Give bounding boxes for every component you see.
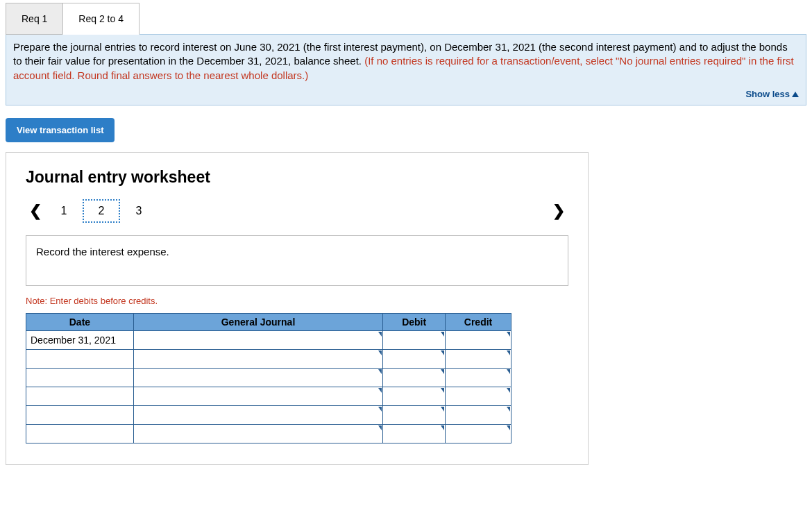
cell-date[interactable]: [26, 425, 134, 443]
cell-debit[interactable]: [383, 406, 446, 425]
cell-debit[interactable]: [383, 331, 446, 350]
table-row: December 31, 2021: [26, 331, 511, 350]
header-date: Date: [26, 314, 134, 331]
table-row: [26, 369, 511, 387]
cell-debit[interactable]: [383, 369, 446, 387]
cell-debit[interactable]: [383, 350, 446, 369]
entry-instruction-text: Record the interest expense.: [36, 246, 169, 257]
caret-up-icon: [792, 92, 799, 97]
table-row: [26, 387, 511, 406]
table-row: [26, 350, 511, 369]
cell-date[interactable]: [26, 387, 134, 406]
journal-table: Date General Journal Debit Credit Decemb…: [26, 313, 511, 443]
cell-credit[interactable]: [446, 387, 511, 406]
journal-entry-worksheet: Journal entry worksheet ❮ 1 2 3 ❯ Record…: [6, 152, 589, 465]
cell-credit[interactable]: [446, 350, 511, 369]
page-2[interactable]: 2: [83, 199, 120, 223]
cell-date[interactable]: December 31, 2021: [26, 331, 134, 350]
chevron-right-icon[interactable]: ❯: [549, 202, 568, 220]
instruction-panel: Prepare the journal entries to record in…: [6, 34, 806, 105]
chevron-left-icon[interactable]: ❮: [26, 202, 45, 220]
cell-credit[interactable]: [446, 406, 511, 425]
header-general-journal: General Journal: [133, 314, 382, 331]
svg-marker-0: [792, 92, 799, 97]
worksheet-title: Journal entry worksheet: [26, 168, 568, 187]
cell-debit[interactable]: [383, 425, 446, 443]
page-1[interactable]: 1: [45, 199, 83, 223]
cell-debit[interactable]: [383, 387, 446, 406]
cell-credit[interactable]: [446, 331, 511, 350]
tab-req-1[interactable]: Req 1: [6, 3, 63, 35]
tab-req-2-to-4[interactable]: Req 2 to 4: [62, 3, 139, 35]
cell-general-journal[interactable]: [133, 425, 382, 443]
cell-general-journal[interactable]: [133, 406, 382, 425]
cell-general-journal[interactable]: [133, 350, 382, 369]
table-row: [26, 425, 511, 443]
note-text: Note: Enter debits before credits.: [26, 296, 568, 306]
entry-instruction-box: Record the interest expense.: [26, 235, 568, 286]
header-credit: Credit: [446, 314, 511, 331]
cell-general-journal[interactable]: [133, 369, 382, 387]
cell-date[interactable]: [26, 369, 134, 387]
cell-date[interactable]: [26, 406, 134, 425]
cell-general-journal[interactable]: [133, 387, 382, 406]
table-row: [26, 406, 511, 425]
view-transaction-list-button[interactable]: View transaction list: [6, 118, 115, 142]
cell-credit[interactable]: [446, 369, 511, 387]
cell-general-journal[interactable]: [133, 331, 382, 350]
page-3[interactable]: 3: [120, 199, 158, 223]
show-less-label: Show less: [745, 88, 790, 101]
show-less-toggle[interactable]: Show less: [745, 88, 799, 101]
tabs-bar: Req 1 Req 2 to 4: [6, 3, 806, 35]
cell-credit[interactable]: [446, 425, 511, 443]
cell-date[interactable]: [26, 350, 134, 369]
pager: ❮ 1 2 3 ❯: [26, 199, 568, 223]
header-debit: Debit: [383, 314, 446, 331]
